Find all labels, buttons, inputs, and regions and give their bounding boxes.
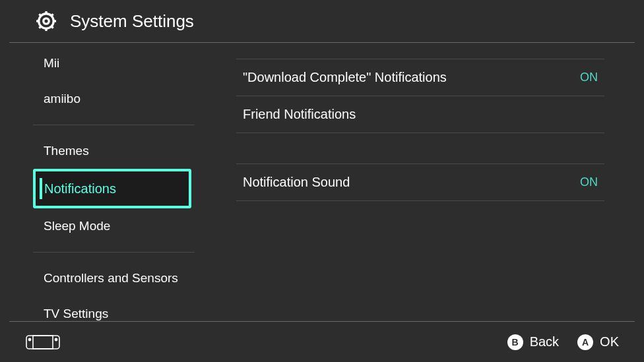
ok-button[interactable]: A OK bbox=[577, 334, 619, 350]
sidebar-item-label: Mii bbox=[44, 56, 59, 71]
sidebar-item-label: amiibo bbox=[44, 92, 80, 106]
setting-value: ON bbox=[580, 175, 598, 189]
setting-friend-notifications[interactable]: Friend Notifications bbox=[236, 96, 604, 133]
sidebar-item-mii[interactable]: Mii bbox=[33, 45, 205, 81]
setting-label: Notification Sound bbox=[243, 175, 350, 190]
setting-label: Friend Notifications bbox=[243, 107, 356, 122]
svg-line-9 bbox=[51, 14, 53, 16]
setting-notification-sound[interactable]: Notification Sound ON bbox=[236, 164, 604, 201]
footer-buttons: B Back A OK bbox=[507, 334, 619, 350]
svg-line-6 bbox=[39, 14, 41, 16]
sidebar-divider bbox=[33, 125, 195, 125]
sidebar-item-label: Themes bbox=[44, 144, 89, 158]
sidebar-item-tv-settings[interactable]: TV Settings bbox=[33, 296, 205, 322]
sidebar-item-label: TV Settings bbox=[44, 307, 108, 321]
sidebar-item-controllers[interactable]: Controllers and Sensors bbox=[33, 260, 205, 296]
sidebar-item-label: Sleep Mode bbox=[44, 219, 110, 233]
svg-line-7 bbox=[51, 26, 53, 28]
svg-rect-10 bbox=[26, 336, 59, 349]
main-area: Mii amiibo Themes Notifications Sleep Mo… bbox=[0, 43, 644, 322]
b-button-icon: B bbox=[507, 334, 523, 350]
svg-point-0 bbox=[39, 14, 54, 29]
back-button[interactable]: B Back bbox=[507, 334, 559, 350]
svg-line-8 bbox=[39, 26, 41, 28]
sidebar-item-label: Notifications bbox=[44, 181, 116, 196]
ok-label: OK bbox=[600, 334, 619, 349]
sidebar: Mii amiibo Themes Notifications Sleep Mo… bbox=[0, 43, 205, 322]
back-label: Back bbox=[530, 334, 559, 349]
sidebar-item-amiibo[interactable]: amiibo bbox=[33, 81, 205, 117]
footer: B Back A OK bbox=[9, 321, 635, 362]
sidebar-item-themes[interactable]: Themes bbox=[33, 133, 205, 169]
controller-icon[interactable] bbox=[25, 334, 61, 351]
setting-label: "Download Complete" Notifications bbox=[243, 70, 447, 85]
sidebar-item-label: Controllers and Sensors bbox=[44, 271, 178, 286]
page-title: System Settings bbox=[70, 11, 194, 32]
svg-point-13 bbox=[55, 338, 57, 340]
setting-value: ON bbox=[580, 71, 598, 84]
sidebar-item-notifications[interactable]: Notifications bbox=[33, 169, 191, 208]
svg-point-1 bbox=[44, 18, 49, 24]
sidebar-item-sleep-mode[interactable]: Sleep Mode bbox=[33, 208, 205, 244]
svg-point-12 bbox=[28, 338, 30, 340]
svg-rect-11 bbox=[33, 336, 53, 349]
content: "Download Complete" Notifications ON Fri… bbox=[205, 43, 644, 322]
gear-icon bbox=[34, 9, 58, 33]
spacer bbox=[236, 133, 604, 164]
sidebar-divider bbox=[33, 252, 195, 253]
setting-download-notifications[interactable]: "Download Complete" Notifications ON bbox=[236, 59, 604, 96]
header: System Settings bbox=[9, 0, 635, 43]
a-button-icon: A bbox=[577, 334, 593, 350]
